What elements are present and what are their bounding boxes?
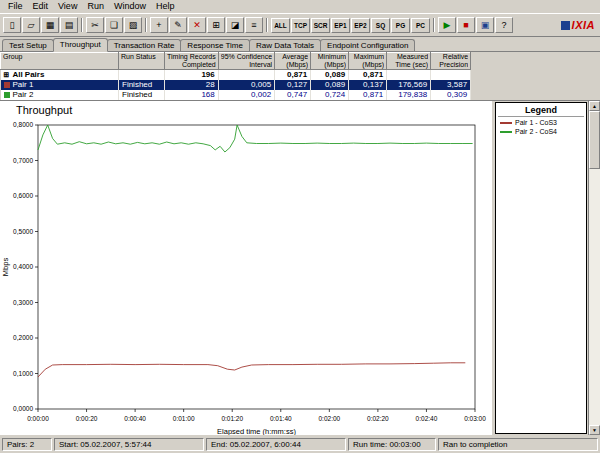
legend-entry-label: Pair 2 - CoS4 [515,128,557,135]
menu-file[interactable]: File [3,0,28,13]
chart-title: Throughput [0,101,492,119]
column-header-line2 [3,61,116,69]
y-tick-label: 0,4000 [13,263,33,270]
column-header-minimum[interactable]: Minimum(Mbps) [311,53,349,70]
column-header-line1: Measured [389,53,428,61]
x-tick-label: 0:02:40 [416,415,438,422]
tab-test-setup[interactable]: Test Setup [2,39,54,51]
window-icon[interactable]: ▣ [476,17,494,33]
column-header-line1: Average [277,53,308,61]
y-tick-label: 0,6000 [13,192,33,199]
column-header-95-confidence[interactable]: 95% ConfidenceInterval [218,53,274,70]
table-row[interactable]: ⊞All Pairs1960,8710,0890,871 [1,70,471,81]
value-cell: 179,838 [387,90,431,100]
column-header-line2: Completed [167,61,216,69]
legend-entry-label: Pair 1 - CoS3 [515,119,557,126]
tab-endpoint-configuration[interactable]: Endpoint Configuration [320,39,415,51]
cut-icon[interactable]: ✂ [86,17,104,33]
column-header-line2: (Mbps) [313,61,346,69]
column-header-average[interactable]: Average(Mbps) [275,53,311,70]
edit-pair-icon[interactable]: ✎ [169,17,187,33]
toolbar-button-ep1[interactable]: EP1 [331,18,350,33]
legend-entry: Pair 1 - CoS3 [496,117,586,126]
y-tick-label: 0,2000 [13,334,33,341]
print-icon[interactable]: ▤ [60,17,78,33]
new-icon[interactable]: ▯ [3,17,21,33]
toolbar-button-scr[interactable]: SCR [311,18,330,33]
pair2-icon [4,92,10,98]
table-row[interactable]: Pair 1Finished280,0050,1270,0890,137176,… [1,80,471,90]
chart-panel: Throughput 0,00000,10000,20000,30000,400… [0,101,492,435]
value-cell: 0,309 [431,90,471,100]
toolbar: ▯▱▦▤✂❏▨+✎✕⊞◪≡ALLTCPSCREP1EP2SQPGPC▶■▣?IX… [0,13,600,37]
open-icon[interactable]: ▱ [22,17,40,33]
legend-panel: Legend Pair 1 - CoS3Pair 2 - CoS4 [495,102,587,434]
value-cell: 0,127 [275,80,311,90]
toolbar-button-tcp[interactable]: TCP [291,18,310,33]
x-tick-label: 0:01:20 [221,415,243,422]
status-segment-2: End: 05.02.2007, 6:00:44 [206,438,346,451]
delete-pair-icon[interactable]: ✕ [188,17,206,33]
column-header-line2: Time (sec) [389,61,428,69]
x-axis-title: Elapsed time (h:mm:ss) [217,427,296,435]
toolbar-button-ep2[interactable]: EP2 [351,18,370,33]
column-header-relative[interactable]: RelativePrecision [431,53,471,70]
vertical-scrollbar[interactable]: ▲ ▼ [588,101,600,435]
column-header-line2: Precision [433,61,468,69]
legend-entries: Pair 1 - CoS3Pair 2 - CoS4 [496,117,586,135]
value-cell [218,70,274,81]
scrollbar-track[interactable] [589,169,600,425]
ixia-logo: IXIA [561,19,597,31]
save-icon[interactable]: ▦ [41,17,59,33]
value-cell: 176,569 [387,80,431,90]
value-cell: 3,587 [431,80,471,90]
toolbar-button-all[interactable]: ALL [271,18,290,33]
menu-help[interactable]: Help [151,0,180,13]
column-header-line1: Maximum [351,53,384,61]
chart-icon[interactable]: ◪ [226,17,244,33]
menu-run[interactable]: Run [82,0,109,13]
column-header-line2: (Mbps) [351,61,384,69]
value-cell: 0,089 [311,70,349,81]
tab-response-time[interactable]: Response Time [180,39,250,51]
column-header-line1: Run Status [121,53,162,61]
paste-icon[interactable]: ▨ [124,17,142,33]
all-pairs-icon: ⊞ [4,70,10,80]
menu-edit[interactable]: Edit [28,0,54,13]
column-header-timing-records[interactable]: Timing RecordsCompleted [165,53,219,70]
toolbar-button-pg[interactable]: PG [391,18,410,33]
copy-icon[interactable]: ❏ [105,17,123,33]
column-header-maximum[interactable]: Maximum(Mbps) [349,53,387,70]
run-icon[interactable]: ▶ [438,17,456,33]
column-header-group[interactable]: Group [1,53,119,70]
help-icon[interactable]: ? [495,17,513,33]
group-icon[interactable]: ⊞ [207,17,225,33]
status-segment-3: Run time: 00:03:00 [348,438,436,451]
tab-throughput[interactable]: Throughput [53,38,108,52]
scroll-down-icon[interactable]: ▼ [589,425,600,435]
toolbar-button-sq[interactable]: SQ [371,18,390,33]
group-cell: ⊞All Pairs [1,70,119,81]
y-tick-label: 0,0000 [13,405,33,412]
app-window: FileEditViewRunWindowHelp ▯▱▦▤✂❏▨+✎✕⊞◪≡A… [0,0,600,453]
toolbar-button-pc[interactable]: PC [411,18,430,33]
scrollbar-thumb[interactable] [589,111,600,169]
x-tick-label: 0:02:00 [318,415,340,422]
x-tick-label: 0:00:40 [124,415,146,422]
x-tick-label: 0:00:20 [76,415,98,422]
menu-view[interactable]: View [53,0,82,13]
add-pair-icon[interactable]: + [150,17,168,33]
report-icon[interactable]: ≡ [245,17,263,33]
menu-window[interactable]: Window [109,0,151,13]
y-tick-label: 0,5000 [13,228,33,235]
value-cell: 0,871 [349,70,387,81]
column-header-measured[interactable]: MeasuredTime (sec) [387,53,431,70]
scroll-up-icon[interactable]: ▲ [589,101,600,111]
table-row[interactable]: Pair 2Finished1680,0020,7470,7240,871179… [1,90,471,100]
value-cell: 168 [165,90,219,100]
column-header-run-status[interactable]: Run Status [119,53,165,70]
stop-icon[interactable]: ■ [457,17,475,33]
column-header-line2: Interval [221,61,272,69]
tab-raw-data-totals[interactable]: Raw Data Totals [249,39,321,51]
tab-transaction-rate[interactable]: Transaction Rate [107,39,182,51]
